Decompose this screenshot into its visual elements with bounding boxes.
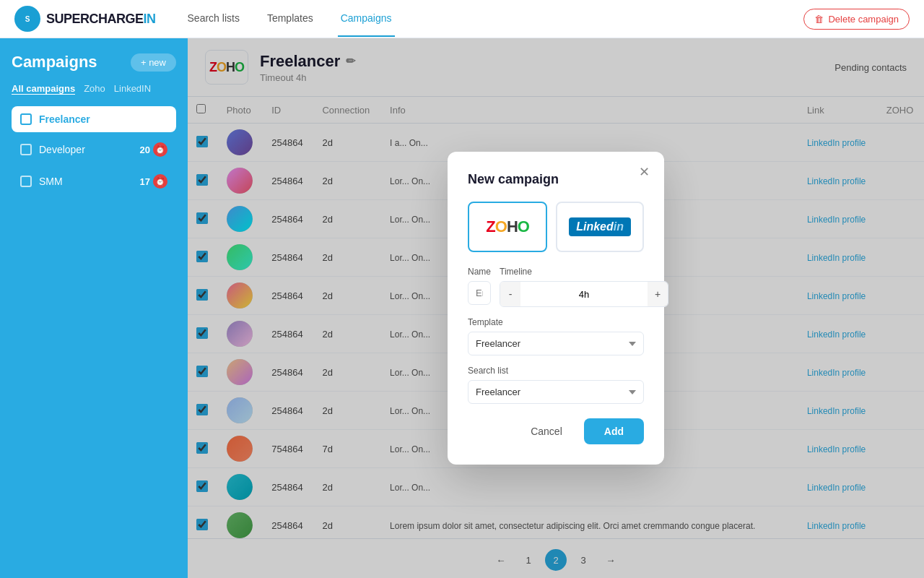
campaign-checkbox-smm[interactable] [20, 176, 32, 187]
add-button[interactable]: Add [584, 418, 644, 444]
linkedin-platform-logo: Linkedin [569, 217, 631, 236]
svg-text:S: S [25, 15, 30, 23]
topnav: S SUPERCHARGEIN Search lists Templates C… [0, 0, 924, 38]
platform-zoho-card[interactable]: ZOHO [468, 202, 547, 252]
cancel-button[interactable]: Cancel [516, 418, 577, 444]
sidebar: Campaigns + new All campaigns Zoho Linke… [0, 38, 188, 578]
delete-campaign-label: Delete campaign [828, 14, 899, 25]
badge-num-smm: 17 [140, 176, 150, 187]
new-campaign-button[interactable]: + new [131, 53, 176, 72]
campaign-badge-smm: 17 ⏰ [140, 174, 167, 189]
search-list-select[interactable]: Freelancer Developer SMM [468, 380, 644, 404]
clock-icon-smm: ⏰ [153, 174, 167, 189]
campaign-item-developer[interactable]: Developer 20 ⏰ [12, 135, 176, 164]
clock-icon-developer: ⏰ [153, 142, 167, 157]
sidebar-title: Campaigns [12, 53, 97, 72]
template-select[interactable]: Freelancer Developer SMM [468, 332, 644, 355]
main-layout: Campaigns + new All campaigns Zoho Linke… [0, 38, 924, 578]
modal-close-button[interactable]: ✕ [635, 163, 653, 181]
campaign-name-input[interactable] [468, 281, 491, 305]
modal-actions: Cancel Add [468, 418, 644, 444]
campaign-name-smm: SMM [39, 176, 133, 187]
campaign-item-smm[interactable]: SMM 17 ⏰ [12, 167, 176, 196]
filter-all-campaigns[interactable]: All campaigns [12, 83, 75, 95]
form-row-name-timeline: Name Timeline - + [468, 267, 644, 307]
campaign-checkbox-developer[interactable] [20, 144, 32, 155]
nav-campaigns[interactable]: Campaigns [338, 1, 395, 37]
platform-options: ZOHO Linkedin [468, 202, 644, 252]
nav-templates[interactable]: Templates [264, 1, 316, 37]
campaign-badge-developer: 20 ⏰ [140, 142, 167, 157]
nav-links: Search lists Templates Campaigns [185, 1, 804, 37]
name-label: Name [468, 267, 491, 277]
filter-linkedin[interactable]: LinkedIN [114, 83, 151, 95]
search-list-label: Search list [468, 366, 644, 376]
trash-icon: 🗑 [814, 14, 824, 25]
logo-text: SUPERCHARGEIN [46, 12, 156, 27]
form-group-template: Template Freelancer Developer SMM [468, 317, 644, 355]
timeline-minus-button[interactable]: - [500, 282, 520, 306]
timeline-plus-button[interactable]: + [648, 282, 668, 306]
modal-title: New campaign [468, 172, 644, 187]
modal-overlay: New campaign ✕ ZOHO Linkedin Name [188, 38, 924, 578]
main-content: ZOHO Freelancer ✏ Timeout 4h Pending con… [188, 38, 924, 578]
form-group-name: Name [468, 267, 491, 307]
badge-num-developer: 20 [140, 144, 150, 155]
sidebar-filters: All campaigns Zoho LinkedIN [12, 83, 176, 95]
delete-campaign-button[interactable]: 🗑 Delete campaign [803, 9, 910, 30]
form-group-search-list: Search list Freelancer Developer SMM [468, 366, 644, 404]
campaign-checkbox-freelancer[interactable] [20, 113, 32, 125]
sidebar-header: Campaigns + new [12, 53, 176, 72]
new-campaign-modal: New campaign ✕ ZOHO Linkedin Name [448, 152, 664, 465]
campaign-name-developer: Developer [39, 144, 133, 155]
timeline-control: - + [500, 281, 668, 307]
filter-zoho[interactable]: Zoho [84, 83, 105, 95]
template-label: Template [468, 317, 644, 327]
timeline-value-input[interactable] [520, 283, 648, 306]
nav-search-lists[interactable]: Search lists [185, 1, 243, 37]
logo-area: S SUPERCHARGEIN [14, 6, 156, 32]
platform-linkedin-card[interactable]: Linkedin [556, 202, 644, 252]
campaign-item-freelancer[interactable]: Freelancer [12, 106, 176, 132]
zoho-platform-logo: ZOHO [486, 217, 529, 236]
logo-icon: S [14, 6, 40, 32]
campaign-name-freelancer: Freelancer [39, 113, 167, 125]
form-group-timeline: Timeline - + [500, 267, 668, 307]
timeline-label: Timeline [500, 267, 668, 277]
